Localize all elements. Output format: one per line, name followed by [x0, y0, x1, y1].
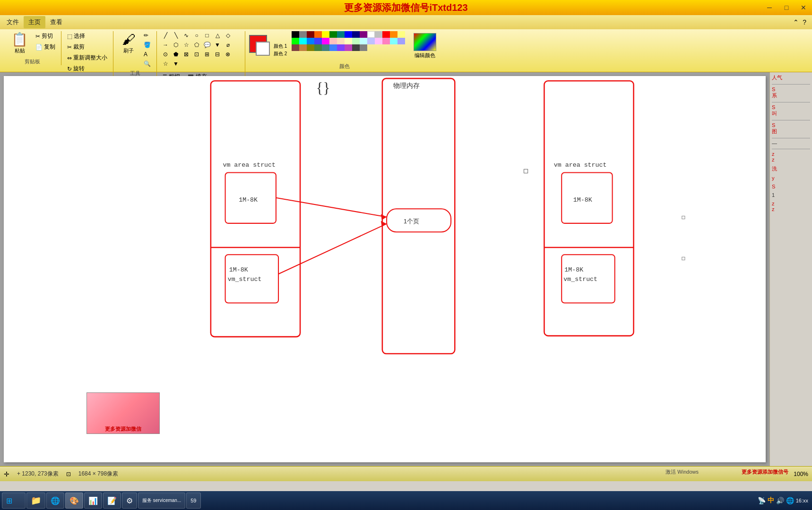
- swatch-darkred[interactable]: [307, 31, 314, 38]
- taskbar-paint[interactable]: 🎨: [65, 493, 83, 509]
- start-button[interactable]: ⊞: [2, 493, 26, 509]
- swatch-yellow1[interactable]: [322, 31, 329, 38]
- close-button[interactable]: ✕: [795, 0, 812, 15]
- tool1-button[interactable]: ✏: [142, 31, 153, 40]
- swatch-4-1[interactable]: [292, 44, 299, 51]
- shape2-1[interactable]: ⌀: [223, 41, 233, 49]
- minimize-button[interactable]: ─: [761, 0, 778, 15]
- swatch-4-5[interactable]: [322, 44, 329, 51]
- maximize-button[interactable]: □: [778, 0, 795, 15]
- swatch-4-8[interactable]: [345, 44, 352, 51]
- swatch-3-10[interactable]: [397, 38, 405, 44]
- swatch-teal1[interactable]: [337, 31, 345, 38]
- swatch-3-3[interactable]: [345, 38, 352, 44]
- swatch-orange1[interactable]: [314, 31, 322, 38]
- select-button[interactable]: ⬚选择: [65, 31, 109, 41]
- swatch-yellow2[interactable]: [397, 31, 405, 38]
- resize-button[interactable]: ⇔重新调整大小: [65, 53, 109, 63]
- swatch-gray1[interactable]: [299, 31, 307, 38]
- shape-line2[interactable]: ╲: [171, 31, 181, 40]
- swatch-green1[interactable]: [329, 31, 337, 38]
- shape2-9[interactable]: ☆: [161, 60, 170, 68]
- color2-swatch[interactable]: [256, 42, 270, 56]
- shape-arrow-r[interactable]: →: [161, 41, 170, 49]
- right-panel-item-4[interactable]: S图: [772, 120, 810, 135]
- shape2-7[interactable]: ⊟: [213, 50, 222, 59]
- swatch-4-10[interactable]: [360, 44, 367, 51]
- shape-speech[interactable]: 💬: [202, 41, 212, 49]
- paste-button[interactable]: 📋 粘贴: [8, 31, 32, 56]
- shape-rect[interactable]: □: [202, 31, 212, 40]
- right-panel-item-8[interactable]: y: [772, 175, 810, 181]
- swatch-3-9[interactable]: [390, 38, 397, 44]
- swatch-magenta[interactable]: [322, 38, 329, 44]
- main-canvas[interactable]: vm area struct 1M-8K 1M-8K vm_struct {} …: [4, 76, 766, 462]
- taskbar-ie[interactable]: 🌐: [46, 493, 64, 509]
- shape2-6[interactable]: ⊞: [202, 50, 212, 59]
- swatch-orange2[interactable]: [390, 31, 397, 38]
- tool3-button[interactable]: A: [142, 50, 153, 59]
- taskbar-app1[interactable]: 📊: [84, 493, 102, 509]
- brush-button[interactable]: 🖌 刷子: [117, 31, 140, 56]
- right-panel-item-3[interactable]: S叫: [772, 102, 810, 117]
- menu-file[interactable]: 文件: [2, 16, 24, 28]
- tool4-button[interactable]: 🔍: [142, 60, 153, 68]
- swatch-3-6[interactable]: [367, 38, 375, 44]
- ribbon-collapse-icon[interactable]: ⌃: [793, 18, 799, 26]
- shape-penta[interactable]: ⬠: [192, 41, 201, 49]
- help-icon[interactable]: ?: [803, 18, 806, 26]
- shape-hex[interactable]: ⬡: [171, 41, 181, 49]
- swatch-navy1[interactable]: [352, 31, 360, 38]
- swatch-4-6[interactable]: [329, 44, 337, 51]
- swatch-lime[interactable]: [292, 38, 299, 44]
- shape2-2[interactable]: ⊙: [161, 50, 170, 59]
- crop-button[interactable]: ✂裁剪: [65, 42, 109, 52]
- swatch-3-5[interactable]: [360, 38, 367, 44]
- right-panel-item-1[interactable]: 人气: [772, 74, 810, 81]
- swatch-4-4[interactable]: [314, 44, 322, 51]
- shape-more[interactable]: ▼: [213, 41, 222, 49]
- swatch-3-4[interactable]: [352, 38, 360, 44]
- swatch-4-2[interactable]: [299, 44, 307, 51]
- rotate-button[interactable]: ↻旋转: [65, 64, 109, 74]
- right-panel-item-11[interactable]: zz: [772, 201, 810, 212]
- swatch-white[interactable]: [367, 31, 375, 38]
- taskbar-count[interactable]: 59: [186, 493, 200, 509]
- swatch-3-1[interactable]: [329, 38, 337, 44]
- taskbar-explorer[interactable]: 📁: [26, 493, 45, 509]
- swatch-3-8[interactable]: [382, 38, 390, 44]
- right-panel-item-7[interactable]: 洗: [772, 165, 810, 172]
- swatch-black[interactable]: [292, 31, 299, 38]
- right-panel-item-9[interactable]: S: [772, 184, 810, 189]
- shape-star[interactable]: ☆: [181, 41, 191, 49]
- shape-oval[interactable]: ○: [192, 31, 201, 40]
- shape2-8[interactable]: ⊗: [223, 50, 233, 59]
- swatch-purple1[interactable]: [360, 31, 367, 38]
- taskbar-app3[interactable]: ⚙: [122, 493, 137, 509]
- shape2-3[interactable]: ⬟: [171, 50, 181, 59]
- swatch-3-2[interactable]: [337, 38, 345, 44]
- taskbar-service[interactable]: 服务 serviceman...: [138, 493, 185, 509]
- tool2-button[interactable]: 🪣: [142, 41, 153, 49]
- tray-net-icon[interactable]: 🌐: [786, 497, 794, 504]
- menu-home[interactable]: 主页: [24, 16, 45, 28]
- swatch-blue2[interactable]: [307, 38, 314, 44]
- swatch-gray2[interactable]: [375, 31, 382, 38]
- shape2-4[interactable]: ⊠: [181, 50, 191, 59]
- shape-triangle[interactable]: △: [213, 31, 222, 40]
- swatch-4-3[interactable]: [307, 44, 314, 51]
- taskbar-app2[interactable]: 📝: [103, 493, 121, 509]
- shape-line[interactable]: ╱: [161, 31, 170, 40]
- swatch-red1[interactable]: [382, 31, 390, 38]
- shape2-more[interactable]: ▼: [171, 60, 181, 68]
- edit-color-button[interactable]: 编辑颜色: [410, 31, 440, 61]
- swatch-3-7[interactable]: [375, 38, 382, 44]
- tray-vol-icon[interactable]: 🔊: [776, 497, 784, 504]
- swatch-indigo[interactable]: [314, 38, 322, 44]
- menu-view[interactable]: 查看: [45, 16, 67, 28]
- cut-button[interactable]: ✂ 剪切: [34, 31, 57, 41]
- swatch-cyan[interactable]: [299, 38, 307, 44]
- shape2-5[interactable]: ⊡: [192, 50, 201, 59]
- right-panel-item-6[interactable]: zz: [772, 149, 810, 162]
- right-panel-item-2[interactable]: S系: [772, 84, 810, 99]
